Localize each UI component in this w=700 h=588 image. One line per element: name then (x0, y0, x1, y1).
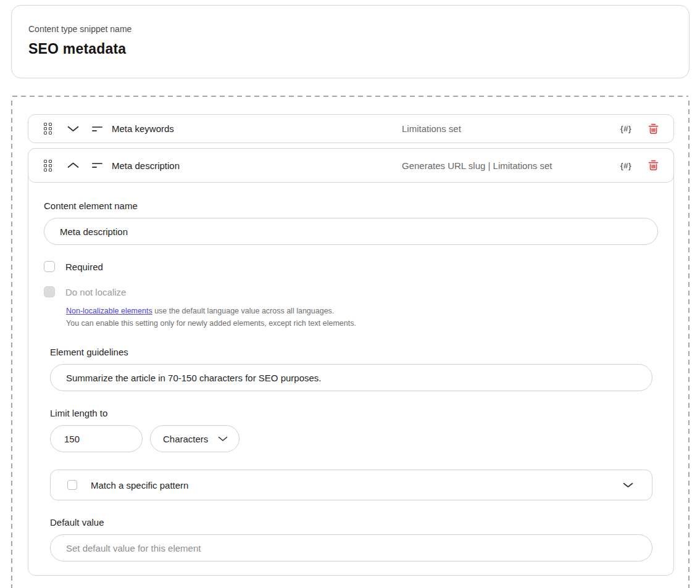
chevron-down-icon[interactable] (623, 482, 633, 488)
element-config-group: Element guidelines Limit length to Chara… (50, 347, 652, 561)
dashed-border-top (12, 96, 688, 97)
limit-length-row: Characters (50, 425, 652, 452)
default-value-input[interactable] (50, 534, 652, 561)
required-label: Required (65, 262, 103, 272)
content-element-name-input[interactable] (44, 218, 658, 245)
default-value-label: Default value (50, 517, 652, 528)
limit-length-input[interactable] (50, 425, 143, 452)
element-status: Limitations set (402, 123, 461, 134)
trash-icon[interactable] (648, 160, 659, 171)
limitations-icon: {#} (620, 124, 631, 133)
snippet-name-card: Content type snippet name SEO metadata (11, 5, 690, 78)
non-localizable-elements-link[interactable]: Non-localizable elements (66, 307, 152, 315)
match-pattern-checkbox[interactable] (67, 480, 77, 490)
required-row: Required (44, 261, 658, 272)
elements-drop-region: Meta keywords Limitations set {#} (11, 96, 690, 588)
element-card-meta-description: Meta description Generates URL slug | Li… (28, 148, 674, 576)
drag-handle-icon[interactable] (44, 160, 52, 172)
element-settings-body: Content element name Required Do not loc… (28, 182, 673, 575)
content-element-name-label: Content element name (44, 201, 658, 211)
element-row-meta-description[interactable]: Meta description Generates URL slug | Li… (28, 148, 674, 183)
helper-line-1-rest: use the default language value across al… (152, 307, 335, 315)
dashed-border-left (11, 101, 12, 588)
dashed-border-right (688, 101, 690, 588)
element-title: Meta description (112, 160, 180, 171)
do-not-localize-helper: Non-localizable elements use the default… (66, 305, 658, 329)
snippet-name-label: Content type snippet name (28, 24, 672, 34)
limit-length-label: Limit length to (50, 408, 652, 418)
element-guidelines-label: Element guidelines (50, 347, 652, 357)
snippet-name-title[interactable]: SEO metadata (28, 41, 672, 57)
chevron-down-icon (218, 436, 228, 442)
element-guidelines-input[interactable] (50, 364, 652, 391)
do-not-localize-checkbox[interactable] (44, 286, 55, 297)
do-not-localize-row: Do not localize (44, 286, 658, 297)
limit-unit-value: Characters (163, 434, 208, 444)
trash-icon[interactable] (648, 123, 659, 135)
helper-line-2: You can enable this setting only for new… (66, 317, 658, 329)
chevron-up-icon[interactable] (67, 162, 79, 168)
do-not-localize-label: Do not localize (65, 287, 126, 297)
limit-unit-select[interactable]: Characters (150, 425, 240, 452)
limitations-icon: {#} (620, 161, 631, 170)
required-checkbox[interactable] (44, 261, 55, 272)
text-element-icon (92, 163, 103, 168)
element-title: Meta keywords (112, 123, 174, 134)
match-pattern-label: Match a specific pattern (91, 480, 188, 491)
match-pattern-section[interactable]: Match a specific pattern (50, 470, 652, 500)
element-row-meta-keywords[interactable]: Meta keywords Limitations set {#} (28, 114, 674, 143)
helper-line-1: Non-localizable elements use the default… (66, 305, 658, 317)
chevron-down-icon[interactable] (67, 126, 79, 132)
drag-handle-icon[interactable] (44, 123, 52, 135)
text-element-icon (92, 126, 103, 131)
element-status: Generates URL slug | Limitations set (402, 160, 552, 171)
